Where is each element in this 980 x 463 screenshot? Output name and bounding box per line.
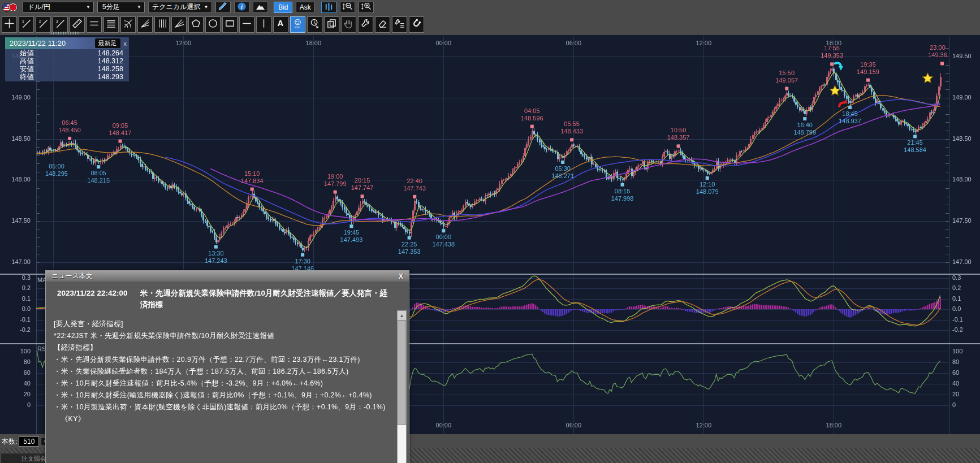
news-line: ・米・10月耐久財受注(輸送用機器除く)速報値：前月比0%（予想：+0.1%、9… [54,390,394,401]
fan-lines-icon [140,18,150,31]
trendline-1-icon: 1 [21,18,32,31]
h-lines-2-icon [89,18,100,31]
ohlc-row-open: 始値 148.264 [5,49,129,57]
tool-copy-button[interactable] [324,16,339,33]
tool-h-line-button[interactable] [239,16,254,33]
chevron-down-icon: ▼ [137,5,141,10]
tool-fan-arc-button[interactable] [120,16,136,33]
news-body: 2023/11/22 22:42:00 米・先週分新規失業保険申請件数/10月耐… [54,285,394,463]
news-window-titlebar[interactable]: ニュース本文 X [46,271,409,282]
low-label: 安値 [20,65,34,73]
bar-count-value[interactable]: 510 [19,436,39,447]
news-line: *22:42JST 米・先週分新規失業保険申請件数/10月耐久財受注速報値 [54,330,394,342]
close-label: 終値 [20,73,34,81]
news-headline-date: 2023/11/22 22:42:00 [57,288,128,310]
ohlc-row-close: 終値 148.293 [5,73,129,81]
wrench-icon [360,18,371,31]
chevron-down-icon: ▼ [204,5,208,10]
zoom-in-icon [361,1,372,14]
svg-text:2: 2 [39,19,41,23]
tool-settings-wrench-button[interactable] [392,16,407,33]
tool-h-lines-4-button[interactable] [103,16,119,33]
svg-text:icon: icon [295,25,300,29]
news-text: [要人発言・経済指標]*22:42JST 米・先週分新規失業保険申請件数/10月… [54,318,394,425]
tool-icon-stamp-button[interactable]: icon [290,16,305,33]
tool-trendline-2-button[interactable]: 2 [36,16,51,33]
symbol-select-value: ドル/円 [28,2,50,12]
mountain-icon [255,1,266,14]
tool-h-lines-2-button[interactable] [87,16,102,33]
tool-crosshair-button[interactable] [2,16,17,33]
bar-count-label: 本数: [2,437,17,447]
bid-label: Bid [278,3,288,11]
timeframe-select[interactable]: 5分足 ▼ [97,2,145,12]
v-line-icon [258,18,269,31]
tool-pan-hand-button[interactable] [341,16,356,33]
close-value: 148.293 [98,73,123,81]
tool-magnet-button[interactable] [409,16,424,33]
tool-history-clock-button[interactable] [307,16,322,33]
ask-button[interactable]: Ask [296,2,314,13]
ruler-icon [72,18,83,31]
svg-text:A: A [278,19,283,28]
h-lines-4-icon [106,18,116,31]
scroll-up-icon[interactable]: ▲ [398,311,406,321]
news-line: 《KY》 [54,413,394,425]
tool-text-button[interactable]: A [273,16,288,33]
panel-collapse-handle[interactable] [50,32,80,34]
svg-text:3: 3 [56,19,58,23]
zoom-out-icon [342,1,353,14]
tool-ellipse-button[interactable] [205,16,221,33]
chart-style-button[interactable] [321,2,336,13]
info-icon: i [236,1,247,14]
news-line: ・米・失業保険継続受給者数：184万人（予想：187.5万人、前回：186.2万… [54,366,394,378]
rays-icon [174,18,184,31]
symbol-select[interactable]: ドル/円 ▼ [23,2,94,12]
scrollbar-thumb[interactable] [398,321,406,425]
tool-rays-button[interactable] [171,16,187,33]
ohlc-row-low: 安値 148.258 [5,65,129,73]
tool-eraser-button[interactable] [375,16,390,33]
tool-trendline-3-button[interactable]: 3 [53,16,68,33]
open-value: 148.264 [98,49,123,57]
technical-select-button[interactable]: テクニカル選択 ▼ [148,2,212,13]
rectangle-icon [225,18,235,31]
main-toolbar: ドル/円 ▼ 5分足 ▼ テクニカル選択 ▼ i Bid Ask [0,0,980,14]
tool-rectangle-button[interactable] [222,16,238,33]
news-window[interactable]: ニュース本文 X 2023/11/22 22:42:00 米・先週分新規失業保険… [45,270,409,463]
trendline-2-icon: 2 [38,18,49,31]
fx-chart-app: { "toolbar_top": { "symbol": "ドル/円", "ti… [0,0,980,463]
magnet-icon [411,18,422,31]
open-label: 始値 [20,49,34,57]
trendline-3-icon: 3 [55,18,66,31]
tool-trendline-1-button[interactable]: 1 [19,16,34,33]
settings-wrench-icon [394,18,405,31]
news-close-icon[interactable]: X [396,272,405,280]
ohlc-datetime: 2023/11/22 11:20 [10,39,95,47]
tool-ruler-button[interactable] [70,16,85,33]
chevron-down-icon: ▼ [86,5,90,10]
tool-v-lines-button[interactable] [154,16,170,33]
zoom-in-button[interactable] [359,2,374,13]
zoom-out-button[interactable] [340,2,355,13]
eraser-icon [377,18,388,31]
tool-pentagon-button[interactable] [188,16,204,33]
pentagon-icon [191,18,201,31]
icon-stamp-icon: icon [292,18,303,31]
tool-wrench-button[interactable] [358,16,373,33]
tool-v-line-button[interactable] [256,16,271,33]
area-chart-button[interactable] [253,2,268,13]
bid-button[interactable]: Bid [274,2,292,13]
ohlc-close-icon[interactable]: x [124,40,127,47]
chart-style-icon [323,1,334,14]
low-value: 148.258 [98,65,123,73]
tool-fan-lines-button[interactable] [137,16,153,33]
high-label: 高値 [20,57,34,65]
news-scrollbar[interactable]: ▲ [397,310,407,463]
draw-pencil-button[interactable] [215,2,231,13]
news-line: ・米・10月耐久財受注速報値：前月比-5.4%（予想：-3.2%、9月：+4.0… [54,378,394,390]
ohlc-row-high: 高値 148.312 [5,57,129,65]
ellipse-icon [208,18,218,31]
pencil-icon [218,1,228,14]
info-button[interactable]: i [234,2,249,13]
